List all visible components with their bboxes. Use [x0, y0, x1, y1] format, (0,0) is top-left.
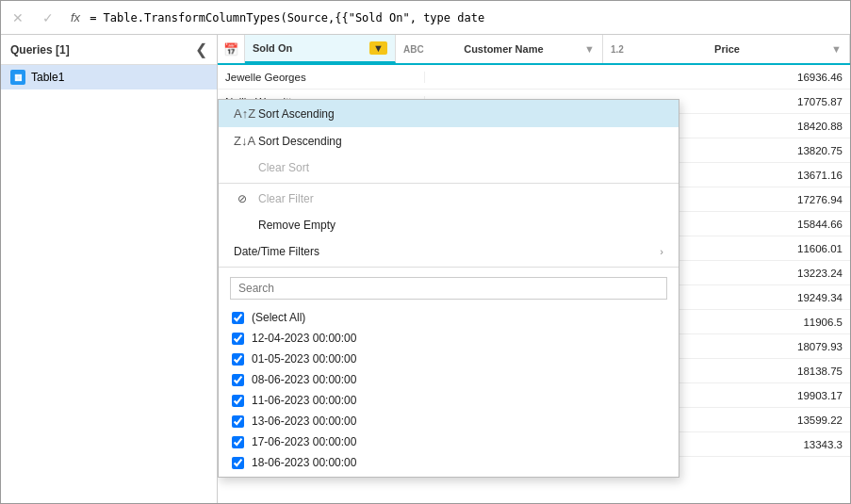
divider-1 [219, 183, 679, 184]
sort-az-icon: A↑Z [234, 106, 251, 121]
calendar-icon: 📅 [223, 42, 238, 57]
checkbox-item[interactable]: 11-06-2023 00:00:00 [230, 390, 667, 411]
remove-empty-item[interactable]: Remove Empty [219, 212, 679, 238]
datetime-arrow-icon: › [660, 246, 663, 257]
clear-filter-item: ⊘ Clear Filter [219, 186, 679, 212]
date-checkbox[interactable] [232, 395, 244, 407]
col-price-label: Price [714, 43, 740, 55]
confirm-button[interactable]: ✓ [35, 5, 61, 31]
search-box-container [219, 269, 679, 307]
sidebar: Queries [1] ❮ ▦ Table1 [1, 35, 218, 503]
sold-on-filter-arrow[interactable]: ▼ [369, 41, 387, 55]
sidebar-item-label: Table1 [31, 71, 64, 84]
datetime-filters-item[interactable]: Date/Time Filters › [219, 238, 679, 265]
date-label: 18-06-2023 00:00:00 [252, 456, 356, 469]
filter-dropdown: A↑Z Sort Ascending Z↓A Sort Descending C… [218, 99, 679, 478]
customer-filter-arrow[interactable]: ▼ [584, 43, 595, 55]
col-header-sold-on[interactable]: Sold On ▼ [245, 35, 396, 63]
formula-input[interactable] [90, 11, 846, 24]
date-checkbox[interactable] [232, 457, 244, 469]
date-checkbox[interactable] [232, 436, 244, 448]
price-filter-arrow[interactable]: ▼ [831, 43, 842, 55]
formula-bar: ✕ ✓ fx [1, 1, 850, 35]
clear-sort-item: Clear Sort [219, 154, 679, 181]
col-sold-on-label: Sold On [253, 42, 292, 54]
clear-sort-label: Clear Sort [258, 161, 309, 174]
date-checkbox[interactable] [232, 333, 244, 345]
checkbox-item[interactable]: 08-06-2023 00:00:00 [230, 369, 667, 390]
sort-descending-label: Sort Descending [258, 135, 342, 148]
sidebar-collapse-button[interactable]: ❮ [195, 41, 207, 58]
col-header-customer[interactable]: ABC Customer Name ▼ [396, 35, 603, 63]
sort-ascending-item[interactable]: A↑Z Sort Ascending [219, 100, 679, 127]
date-label: 08-06-2023 00:00:00 [252, 373, 356, 386]
checkbox-item[interactable]: 12-04-2023 00:00:00 [230, 328, 667, 349]
select-all-label: (Select All) [252, 311, 305, 324]
search-input[interactable] [230, 277, 667, 300]
customer-cell: Jewelle Georges [218, 72, 425, 83]
sidebar-item-table1[interactable]: ▦ Table1 [1, 65, 217, 89]
filter-icon: ⊘ [234, 192, 251, 205]
checkbox-item[interactable]: 01-05-2023 00:00:00 [230, 349, 667, 369]
sort-za-icon: Z↓A [234, 134, 251, 148]
date-checkbox[interactable] [232, 353, 244, 366]
date-label: 11-06-2023 00:00:00 [252, 394, 356, 407]
content-area: Queries [1] ❮ ▦ Table1 📅 Sold On [1, 35, 850, 503]
fx-label: fx [65, 10, 86, 24]
clear-filter-label: Clear Filter [258, 192, 314, 205]
price-cell: 16936.46 [425, 72, 850, 83]
col-customer-label: Customer Name [464, 43, 543, 55]
datetime-filters-label: Date/Time Filters [234, 245, 319, 258]
cancel-button[interactable]: ✕ [5, 5, 31, 31]
checkbox-list: (Select All) 12-04-2023 00:00:0001-05-20… [219, 307, 679, 477]
sort-ascending-label: Sort Ascending [258, 107, 335, 121]
select-all-item[interactable]: (Select All) [230, 307, 667, 328]
checkbox-item[interactable]: 17-06-2023 00:00:00 [230, 431, 667, 452]
date-label: 01-05-2023 00:00:00 [252, 352, 356, 366]
relative-wrapper: 📅 Sold On ▼ ABC Customer Name ▼ 1.2 Pric… [218, 35, 850, 503]
remove-empty-label: Remove Empty [258, 219, 335, 232]
col-header-price[interactable]: 1.2 Price ▼ [603, 35, 850, 63]
column-headers: 📅 Sold On ▼ ABC Customer Name ▼ 1.2 Pric… [218, 35, 850, 65]
abc-icon: ABC [403, 44, 424, 55]
sort-descending-item[interactable]: Z↓A Sort Descending [219, 127, 679, 154]
table-icon: ▦ [10, 70, 25, 85]
date-label: 13-06-2023 00:00:00 [252, 415, 356, 428]
select-all-checkbox[interactable] [232, 312, 244, 324]
sidebar-title: Queries [1] [10, 43, 70, 57]
col-header-icons: 📅 [218, 35, 245, 63]
table-row: Jewelle Georges16936.46 [218, 65, 850, 89]
sidebar-header: Queries [1] ❮ [1, 35, 217, 65]
app-window: ✕ ✓ fx Queries [1] ❮ ▦ Table1 📅 [0, 0, 851, 504]
numeric-icon: 1.2 [611, 44, 624, 55]
checkbox-item[interactable]: 13-06-2023 00:00:00 [230, 411, 667, 431]
date-label: 17-06-2023 00:00:00 [252, 435, 356, 448]
date-label: 12-04-2023 00:00:00 [252, 332, 356, 345]
main-area: 📅 Sold On ▼ ABC Customer Name ▼ 1.2 Pric… [218, 35, 850, 503]
divider-2 [219, 267, 679, 268]
date-checkbox[interactable] [232, 415, 244, 428]
date-checkbox[interactable] [232, 374, 244, 386]
checkbox-item[interactable]: 18-06-2023 00:00:00 [230, 452, 667, 473]
